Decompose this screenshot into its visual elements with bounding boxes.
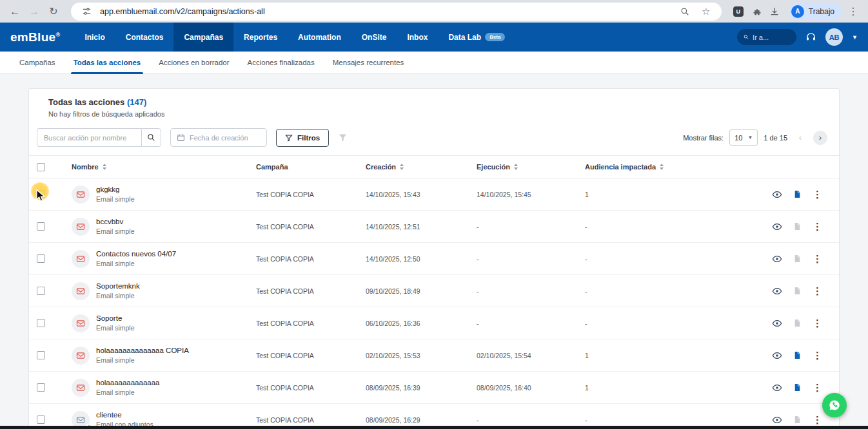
whatsapp-icon	[827, 398, 842, 412]
preview-icon[interactable]	[772, 383, 782, 393]
select-all-checkbox[interactable]	[37, 163, 45, 171]
column-header-ejecucion[interactable]: Ejecución	[477, 163, 585, 171]
main-nav-item[interactable]: Inbox	[397, 23, 438, 52]
row-menu-icon[interactable]: ⋮	[813, 415, 822, 424]
sort-icon[interactable]	[660, 164, 664, 170]
action-name[interactable]: gkgkkg	[96, 186, 256, 193]
whatsapp-button[interactable]	[822, 393, 847, 417]
support-headset-icon[interactable]	[805, 32, 816, 43]
report-icon[interactable]	[793, 254, 802, 263]
sort-icon[interactable]	[514, 164, 518, 170]
emblue-logo[interactable]: emBlue®	[10, 30, 60, 44]
action-name[interactable]: bccvbbv	[96, 218, 256, 225]
sort-icon[interactable]	[103, 164, 106, 170]
forward-icon[interactable]: →	[26, 3, 43, 20]
column-header-campana: Campaña	[256, 163, 366, 171]
url-text[interactable]: app.embluemail.com/v2/campaigns/actions-…	[100, 7, 671, 16]
rows-per-page-select[interactable]: 10 ▼	[729, 129, 758, 146]
report-icon[interactable]	[793, 318, 802, 328]
preview-icon[interactable]	[772, 286, 782, 296]
row-menu-icon[interactable]: ⋮	[813, 318, 822, 328]
beta-badge: Beta	[485, 33, 505, 41]
report-icon[interactable]	[793, 222, 802, 231]
global-search-input[interactable]	[753, 33, 790, 41]
subnav-tab[interactable]: Campañas	[10, 52, 64, 74]
action-name[interactable]: Soporte	[96, 314, 256, 322]
address-bar[interactable]: app.embluemail.com/v2/campaigns/actions-…	[71, 3, 722, 21]
user-menu-chevron-icon[interactable]: ▼	[852, 34, 858, 41]
main-nav-list: Inicio Contactos Campañas Reportes Autom…	[74, 23, 515, 52]
creation-cell: 09/10/2025, 18:49	[366, 287, 477, 295]
main-nav-item[interactable]: Contactos	[115, 23, 174, 52]
browser-profile-chip[interactable]: A Trabajo	[789, 3, 842, 20]
user-avatar[interactable]: AB	[825, 28, 843, 46]
report-icon[interactable]	[793, 383, 802, 392]
action-name[interactable]: Soportemknk	[96, 282, 256, 290]
column-header-audiencia[interactable]: Audiencia impactada	[585, 163, 735, 171]
clear-filters-icon[interactable]	[338, 133, 348, 142]
next-page-icon[interactable]: ›	[813, 131, 827, 145]
browser-menu-icon[interactable]: ⋮	[845, 3, 862, 20]
search-input[interactable]	[37, 128, 141, 147]
extensions-puzzle-icon[interactable]	[749, 6, 764, 17]
preview-icon[interactable]	[772, 222, 782, 232]
preview-icon[interactable]	[772, 254, 782, 264]
refresh-icon[interactable]: ↻	[45, 3, 62, 20]
row-checkbox[interactable]	[37, 351, 45, 359]
main-nav-item[interactable]: Data Lab Beta	[438, 23, 515, 52]
row-checkbox[interactable]	[37, 287, 45, 295]
extension-u-icon[interactable]: U	[731, 6, 746, 17]
row-menu-icon[interactable]: ⋮	[813, 254, 822, 263]
main-nav-item[interactable]: Automation	[288, 23, 351, 52]
subnav-tab[interactable]: Mensajes recurrentes	[324, 52, 413, 74]
subnav-tab[interactable]: Acciones finalizadas	[239, 52, 324, 74]
sort-icon[interactable]	[400, 164, 404, 170]
row-checkbox[interactable]	[37, 319, 45, 327]
preview-icon[interactable]	[772, 189, 782, 200]
downloads-icon[interactable]	[767, 6, 782, 17]
funnel-icon	[285, 134, 293, 142]
column-header-creacion[interactable]: Creación	[366, 163, 477, 171]
action-name[interactable]: clientee	[96, 411, 256, 419]
filters-button[interactable]: Filtros	[276, 129, 329, 147]
main-nav-item[interactable]: OnSite	[351, 23, 397, 52]
preview-icon[interactable]	[772, 415, 782, 425]
row-menu-icon[interactable]: ⋮	[813, 350, 822, 360]
row-checkbox[interactable]	[37, 383, 45, 392]
back-icon[interactable]: ←	[6, 3, 23, 20]
row-menu-icon[interactable]: ⋮	[813, 383, 822, 392]
report-icon[interactable]	[793, 286, 802, 296]
action-name[interactable]: holaaaaaaaaaaaaa	[96, 379, 256, 386]
search-button[interactable]	[141, 128, 161, 147]
main-nav-item[interactable]: Inicio	[74, 23, 115, 52]
prev-page-icon[interactable]: ‹	[793, 131, 807, 145]
action-name[interactable]: holaaaaaaaaaaaaaa COPIA	[96, 347, 256, 354]
row-checkbox[interactable]	[37, 254, 45, 263]
report-icon[interactable]	[793, 350, 802, 360]
report-icon[interactable]	[793, 189, 802, 199]
creation-date-filter[interactable]: Fecha de creación	[170, 128, 267, 147]
preview-icon[interactable]	[772, 350, 782, 361]
preview-icon[interactable]	[772, 318, 782, 329]
row-menu-icon[interactable]: ⋮	[813, 222, 822, 231]
bookmark-star-icon[interactable]: ☆	[698, 6, 714, 17]
report-icon[interactable]	[793, 415, 802, 424]
row-menu-icon[interactable]: ⋮	[813, 286, 822, 296]
row-checkbox[interactable]	[37, 222, 45, 231]
email-action-icon	[72, 218, 90, 236]
column-header-nombre[interactable]: Nombre	[65, 163, 256, 171]
main-nav-item[interactable]: Reportes	[233, 23, 288, 52]
campaign-cell: Test COPIA COPIA	[256, 319, 366, 327]
subnav-tab[interactable]: Todas las acciones	[64, 52, 150, 74]
zoom-icon[interactable]	[677, 7, 693, 16]
global-search[interactable]	[737, 29, 796, 45]
creation-cell: 06/10/2025, 16:36	[366, 319, 477, 327]
main-nav-item[interactable]: Campañas	[173, 23, 233, 52]
row-checkbox[interactable]	[37, 415, 45, 424]
action-name[interactable]: Contactos nuevos 04/07	[96, 250, 256, 258]
site-settings-icon[interactable]	[79, 6, 94, 16]
execution-cell: 02/10/2025, 15:54	[477, 352, 585, 359]
table-row: Contactos nuevos 04/07 Email simple Test…	[29, 243, 839, 275]
row-menu-icon[interactable]: ⋮	[813, 189, 822, 199]
subnav-tab[interactable]: Acciones en borrador	[150, 52, 238, 74]
